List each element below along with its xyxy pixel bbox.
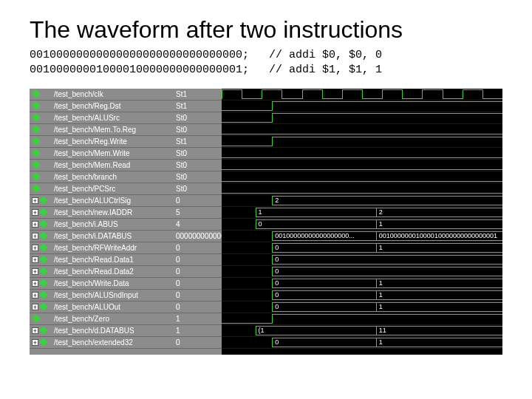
- expand-icon[interactable]: +: [32, 339, 38, 346]
- signal-diamond-icon: [32, 89, 40, 98]
- signal-name[interactable]: /test_bench/ALUSrc: [52, 112, 174, 124]
- expand-icon[interactable]: +: [32, 233, 38, 239]
- signal-name[interactable]: /test_bench/branch: [52, 171, 174, 183]
- signal-name[interactable]: /test_bench/ALUOut: [52, 301, 174, 313]
- signal-row-icon: [30, 183, 52, 195]
- expand-icon[interactable]: +: [32, 280, 38, 287]
- bus-value-label: 0: [275, 256, 279, 263]
- signal-value: 4: [174, 219, 222, 231]
- bus-value-label: 1: [379, 279, 383, 287]
- signal-value: 00000000000000000000000000000000: [174, 231, 222, 242]
- signal-value: St0: [174, 112, 222, 124]
- signal-name[interactable]: /test_bench/Mem.Write: [52, 148, 174, 160]
- signal-name[interactable]: /test_bench/ALUCtrlSig: [52, 195, 174, 207]
- signal-diamond-icon: [32, 125, 40, 133]
- signal-value: 0: [174, 266, 222, 278]
- waveform-row: 0: [222, 254, 502, 266]
- bus-value-label: 00100000000000000000...: [275, 232, 355, 239]
- bus-value-label: 2: [379, 208, 383, 216]
- signal-row-icon: +: [30, 207, 52, 219]
- waveform-viewer: ++++++++++++ /test_bench/clk/test_bench/…: [30, 89, 502, 355]
- slide-title: The waveform after two instructions: [30, 16, 502, 44]
- code-line-2-comment: // addi $1, $1, 1: [269, 64, 382, 76]
- signal-value: St1: [174, 89, 222, 100]
- bus-value-label: 0: [258, 220, 262, 228]
- signal-value-column: St1St1St0St0St1St0St0St0St00540000000000…: [174, 89, 222, 355]
- signal-name[interactable]: /test_bench/Reg.Write: [52, 136, 174, 148]
- signal-row-icon: +: [30, 266, 52, 278]
- signal-name[interactable]: /test_bench/d.DATABUS: [52, 325, 174, 337]
- waveform-row: (111: [222, 325, 502, 337]
- bus-value-label: (1: [258, 327, 264, 334]
- expand-icon[interactable]: +: [32, 304, 38, 310]
- signal-row-icon: [30, 136, 52, 148]
- expand-icon[interactable]: +: [32, 197, 38, 204]
- expand-icon[interactable]: +: [32, 245, 38, 251]
- signal-value: St1: [174, 136, 222, 148]
- bus-value-label: 0: [275, 279, 279, 287]
- signal-row-icon: +: [30, 278, 52, 290]
- signal-name[interactable]: /test_bench/new.IADDR: [52, 207, 174, 219]
- signal-name[interactable]: /test_bench/extended32: [52, 337, 174, 349]
- signal-row-icon: [30, 171, 52, 183]
- signal-name[interactable]: /test_bench/Reg.Dst: [52, 100, 174, 112]
- signal-value: 0: [174, 278, 222, 290]
- waveform-row: [222, 124, 502, 136]
- signal-name[interactable]: /test_bench/Read.Data1: [52, 254, 174, 266]
- signal-name[interactable]: /test_bench/Mem.Read: [52, 160, 174, 171]
- signal-name[interactable]: /test_bench/Read.Data2: [52, 266, 174, 278]
- machine-code-block: 00100000000000000000000000000000; // add…: [30, 48, 502, 78]
- signal-diamond-icon: [39, 326, 47, 334]
- expand-icon[interactable]: +: [32, 327, 38, 334]
- bus-value-label: 0: [275, 267, 279, 275]
- bus-value-label: 11: [379, 327, 386, 334]
- signal-diamond-icon: [39, 302, 47, 310]
- signal-row-icon: [30, 160, 52, 171]
- expand-icon[interactable]: +: [32, 209, 38, 216]
- waveform-row: 01: [222, 301, 502, 313]
- waveform-row: 12: [222, 207, 502, 219]
- signal-name[interactable]: /test_bench/i.ABUS: [52, 219, 174, 231]
- waveform-row: 2: [222, 195, 502, 207]
- signal-diamond-icon: [39, 290, 47, 299]
- signal-diamond-icon: [39, 219, 47, 228]
- expand-icon[interactable]: +: [32, 221, 38, 228]
- code-line-2-bits: 00100000001000010000000000000001;: [30, 64, 249, 76]
- signal-diamond-icon: [32, 314, 40, 322]
- signal-row-icon: +: [30, 337, 52, 349]
- signal-row-icon: [30, 89, 52, 100]
- signal-value: 0: [174, 290, 222, 301]
- signal-name[interactable]: /test_bench/RFWriteAddr: [52, 242, 174, 254]
- signal-row-icon: [30, 124, 52, 136]
- signal-row-icon: +: [30, 219, 52, 231]
- waveform-row: [222, 112, 502, 124]
- waveform-row: [222, 160, 502, 171]
- signal-diamond-icon: [39, 243, 47, 251]
- signal-name[interactable]: /test_bench/i.DATABUS: [52, 231, 174, 242]
- expand-icon[interactable]: +: [32, 268, 38, 275]
- bus-value-label: 0: [275, 303, 279, 310]
- expand-icon[interactable]: +: [32, 292, 38, 299]
- waveform-row: [222, 89, 502, 100]
- signal-name[interactable]: /test_bench/Mem.To.Reg: [52, 124, 174, 136]
- signal-value: St0: [174, 124, 222, 136]
- signal-name[interactable]: /test_bench/Zero: [52, 313, 174, 325]
- signal-row-icon: +: [30, 254, 52, 266]
- signal-diamond-icon: [39, 208, 47, 216]
- signal-value: 1: [174, 313, 222, 325]
- signal-diamond-icon: [39, 196, 47, 204]
- signal-name[interactable]: /test_bench/ALUSndInput: [52, 290, 174, 301]
- bus-value-label: 2: [275, 197, 279, 204]
- bus-value-label: 1: [258, 208, 262, 216]
- waveform-row: [222, 100, 502, 112]
- bus-value-label: 00100000001000010000000000000001: [379, 232, 497, 239]
- bus-value-label: 1: [379, 303, 383, 310]
- signal-row-icon: [30, 148, 52, 160]
- expand-icon[interactable]: +: [32, 256, 38, 263]
- signal-name[interactable]: /test_bench/PCSrc: [52, 183, 174, 195]
- signal-value: St0: [174, 183, 222, 195]
- signal-name[interactable]: /test_bench/Write.Data: [52, 278, 174, 290]
- bus-value-label: 1: [379, 291, 383, 299]
- signal-diamond-icon: [32, 172, 40, 180]
- signal-name[interactable]: /test_bench/clk: [52, 89, 174, 100]
